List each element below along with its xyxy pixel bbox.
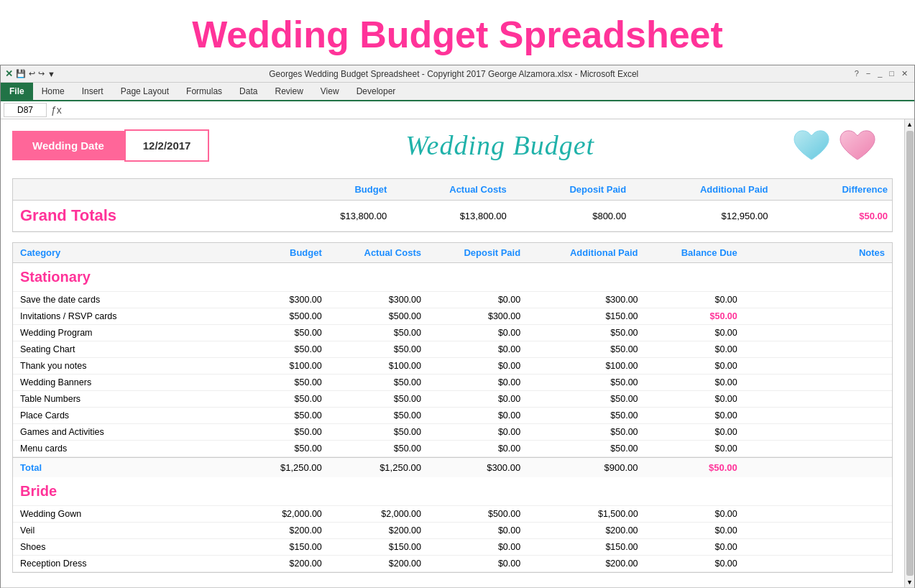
gt-header-deposit: Deposit Paid — [511, 179, 630, 200]
item-budget: $50.00 — [227, 375, 326, 390]
item-actual: $300.00 — [326, 292, 426, 308]
wedding-date-value: 12/2/2017 — [124, 129, 210, 162]
item-deposit: $0.00 — [426, 358, 525, 374]
gt-deposit-value: $800.00 — [511, 205, 630, 227]
item-name: Table Numbers — [13, 391, 227, 407]
table-row: Shoes $150.00 $150.00 $0.00 $150.00 $0.0… — [13, 539, 892, 556]
item-budget: $150.00 — [227, 539, 326, 555]
table-row: Menu cards $50.00 $50.00 $0.00 $50.00 $0… — [13, 441, 892, 457]
excel-icon: ✕ — [5, 68, 13, 79]
cell-reference-box[interactable] — [4, 103, 47, 117]
item-additional: $50.00 — [525, 424, 642, 440]
item-deposit: $0.00 — [426, 539, 525, 555]
excel-window: ✕ 💾 ↩ ↪ ▼ Georges Wedding Budget Spreads… — [0, 65, 915, 588]
cat-header-notes: Notes — [742, 243, 892, 262]
item-notes — [742, 391, 892, 407]
tab-view[interactable]: View — [312, 83, 348, 100]
close-button[interactable]: ✕ — [899, 69, 910, 78]
minimize-button[interactable]: _ — [875, 69, 884, 78]
item-notes — [742, 556, 892, 571]
item-budget: $2,000.00 — [227, 506, 326, 522]
spreadsheet-main: Wedding Date 12/2/2017 Wedding Budget — [1, 119, 904, 587]
item-additional: $100.00 — [525, 358, 642, 374]
tab-review[interactable]: Review — [266, 83, 311, 100]
quick-redo-icon[interactable]: ↪ — [38, 69, 45, 78]
item-deposit: $0.00 — [426, 391, 525, 407]
item-additional: $200.00 — [525, 523, 642, 538]
quick-customize-icon[interactable]: ▼ — [47, 70, 55, 78]
cat-header-actual: Actual Costs — [326, 243, 426, 262]
ribbon-toggle-icon[interactable]: − — [864, 69, 873, 78]
wedding-date-label: Wedding Date — [12, 131, 124, 160]
tab-developer[interactable]: Developer — [348, 83, 405, 100]
help-icon[interactable]: ? — [852, 69, 861, 78]
item-notes — [742, 292, 892, 308]
item-additional: $50.00 — [525, 375, 642, 390]
category-header-row: Category Budget Actual Costs Deposit Pai… — [13, 243, 892, 263]
gt-budget-value: $13,800.00 — [272, 205, 391, 227]
item-balance: $50.00 — [643, 308, 742, 324]
item-deposit: $500.00 — [426, 506, 525, 522]
scroll-down-button[interactable]: ▼ — [905, 577, 914, 587]
item-actual: $50.00 — [326, 341, 426, 357]
item-actual: $100.00 — [326, 358, 426, 374]
item-deposit: $0.00 — [426, 292, 525, 308]
item-budget: $50.00 — [227, 341, 326, 357]
table-row: Wedding Banners $50.00 $50.00 $0.00 $50.… — [13, 375, 892, 391]
item-deposit: $0.00 — [426, 408, 525, 423]
item-balance: $0.00 — [643, 292, 742, 308]
item-budget: $50.00 — [227, 408, 326, 423]
tab-page-layout[interactable]: Page Layout — [112, 83, 178, 100]
item-name: Place Cards — [13, 408, 227, 423]
grand-totals-data: Grand Totals $13,800.00 $13,800.00 $800.… — [13, 201, 892, 231]
item-deposit: $0.00 — [426, 556, 525, 571]
table-row: Place Cards $50.00 $50.00 $0.00 $50.00 $… — [13, 408, 892, 424]
quick-undo-icon[interactable]: ↩ — [29, 69, 35, 78]
tab-file[interactable]: File — [1, 83, 33, 100]
gt-header-difference: Difference — [773, 179, 892, 200]
scroll-thumb[interactable] — [906, 131, 914, 576]
item-notes — [742, 523, 892, 538]
item-name: Shoes — [13, 539, 227, 555]
item-additional: $150.00 — [525, 308, 642, 324]
cat-header-additional: Additional Paid — [525, 243, 642, 262]
item-actual: $200.00 — [326, 523, 426, 538]
scroll-up-button[interactable]: ▲ — [905, 119, 914, 129]
tab-home[interactable]: Home — [33, 83, 73, 100]
gt-difference-value: $50.00 — [773, 205, 892, 227]
item-budget: $50.00 — [227, 391, 326, 407]
formula-input[interactable] — [66, 104, 911, 116]
table-row: Wedding Gown $2,000.00 $2,000.00 $500.00… — [13, 506, 892, 523]
quick-save-icon[interactable]: 💾 — [16, 69, 26, 78]
vertical-scrollbar[interactable]: ▲ ▼ — [904, 119, 914, 587]
item-additional: $50.00 — [525, 441, 642, 456]
item-deposit: $0.00 — [426, 341, 525, 357]
maximize-button[interactable]: □ — [887, 69, 896, 78]
item-balance: $0.00 — [643, 325, 742, 341]
item-budget: $50.00 — [227, 441, 326, 456]
item-additional: $50.00 — [525, 391, 642, 407]
table-row: Reception Dress $200.00 $200.00 $0.00 $2… — [13, 556, 892, 572]
tab-insert[interactable]: Insert — [73, 83, 112, 100]
item-additional: $1,500.00 — [525, 506, 642, 522]
item-balance: $0.00 — [643, 539, 742, 555]
tab-formulas[interactable]: Formulas — [178, 83, 231, 100]
item-balance: $0.00 — [643, 341, 742, 357]
item-deposit: $0.00 — [426, 325, 525, 341]
item-balance: $0.00 — [643, 358, 742, 374]
item-actual: $500.00 — [326, 308, 426, 324]
item-additional: $50.00 — [525, 341, 642, 357]
item-deposit: $0.00 — [426, 523, 525, 538]
item-notes — [742, 358, 892, 374]
item-budget: $500.00 — [227, 308, 326, 324]
wedding-budget-title: Wedding Budget — [209, 129, 791, 161]
tab-data[interactable]: Data — [231, 83, 266, 100]
stationary-title: Stationary — [13, 263, 892, 291]
sheet-content: Wedding Date 12/2/2017 Wedding Budget — [1, 119, 904, 587]
gt-actual-value: $13,800.00 — [391, 205, 510, 227]
item-deposit: $0.00 — [426, 441, 525, 456]
cat-header-category: Category — [13, 243, 227, 262]
gt-header-additional: Additional Paid — [630, 179, 772, 200]
heart-icon-2 — [837, 127, 878, 164]
total-deposit: $300.00 — [426, 458, 525, 477]
